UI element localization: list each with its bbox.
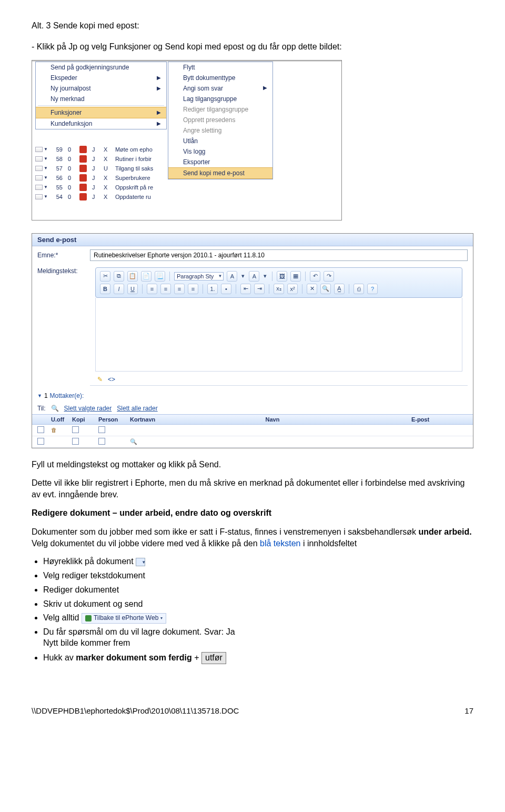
mottakere-row[interactable]: ▼ 1 Mottaker(e): (32, 389, 473, 403)
row-title: Rutiner i forbir (115, 156, 163, 162)
toolbar-separator (142, 284, 143, 294)
dropdown-icon[interactable]: ▼ (44, 175, 48, 180)
row-checkbox[interactable] (37, 426, 44, 433)
table-row[interactable]: ▼ 59 0 J X Møte om epho (35, 145, 163, 154)
menu-item-funksjoner[interactable]: Funksjoner▶ (36, 107, 166, 118)
slett-alle-link[interactable]: Slett alle rader (117, 405, 157, 412)
envelope-icon (35, 194, 43, 199)
align-justify-icon[interactable]: ≡ (188, 284, 198, 294)
table-row[interactable]: ▼ 58 0 J X Rutiner i forbir (35, 154, 163, 164)
find-icon[interactable]: A̲ (334, 284, 345, 294)
insert-image-icon[interactable]: 🖼 (277, 271, 287, 282)
submenu-item-opprett-presedens[interactable]: Opprett presedens (168, 115, 272, 125)
indent-icon[interactable]: ⇥ (254, 284, 265, 294)
person-checkbox[interactable] (98, 438, 105, 445)
recipients-grid-header: U.off Kopi Person Kortnavn Navn E-post (32, 414, 473, 425)
paste-text-icon[interactable]: 📄 (141, 271, 152, 282)
row-title: Tilgang til saks (115, 165, 163, 172)
tilbake-ephorte-button[interactable]: Tilbake til ePhorte Web ▾ (82, 613, 166, 624)
envelope-icon (35, 147, 43, 152)
menu-item-ekspeder[interactable]: Ekspeder▶ (36, 73, 166, 83)
row-checkbox[interactable] (37, 438, 44, 445)
kopi-checkbox[interactable] (72, 426, 79, 433)
help-icon[interactable]: ? (367, 284, 378, 294)
context-menu-level2: Flytt Bytt dokumenttype Angi som svar▶ L… (168, 62, 273, 179)
toolbar-row-2: B I U ≡ ≡ ≡ ≡ 1. • ⇤ ⇥ x₂ x² (98, 283, 460, 295)
trash-icon[interactable]: 🗑 (51, 427, 57, 433)
kopi-checkbox[interactable] (72, 438, 79, 445)
table-row[interactable]: ▼ 56 0 J X Superbrukere (35, 173, 163, 183)
pdf-icon (79, 184, 87, 191)
outdent-icon[interactable]: ⇤ (240, 284, 251, 294)
superscript-icon[interactable]: x² (287, 284, 298, 294)
submenu-item-bytt-dokumenttype[interactable]: Bytt dokumenttype (168, 73, 272, 83)
submenu-item-eksporter[interactable]: Eksporter (168, 157, 272, 167)
utfor-button[interactable]: utfør (201, 652, 226, 664)
italic-icon[interactable]: I (114, 284, 124, 294)
paste-icon[interactable]: 📋 (127, 271, 138, 282)
row-j: J (92, 146, 98, 153)
table-row[interactable]: ▼ 55 0 J X Oppskrift på re (35, 183, 163, 192)
bullet-text: Nytt bilde kommer frem (43, 638, 130, 647)
font-color-icon[interactable]: A (227, 271, 237, 282)
print-icon[interactable]: ⎙ (354, 284, 364, 294)
bold-icon[interactable]: B (100, 284, 110, 294)
subscript-icon[interactable]: x₂ (274, 284, 284, 294)
row-j: J (92, 184, 98, 191)
screenshot-context-menu: ▼ 59 0 J X Møte om epho ▼ 58 0 J X Rutin… (32, 60, 342, 220)
submenu-item-flytt[interactable]: Flytt (168, 62, 272, 73)
align-left-icon[interactable]: ≡ (147, 284, 157, 294)
find-replace-icon[interactable]: 🔍 (320, 284, 331, 294)
emne-input[interactable] (90, 249, 468, 261)
search-icon[interactable]: 🔍 (130, 438, 137, 445)
underline-icon[interactable]: U (127, 284, 138, 294)
text-fragment: Dokumenter som du jobber med som ikke er… (32, 527, 418, 536)
submenu-item-vis-logg[interactable]: Vis logg (168, 146, 272, 157)
editor-textarea[interactable] (95, 298, 462, 372)
row-num: 54 (52, 194, 63, 200)
list-ul-icon[interactable]: • (221, 284, 231, 294)
submenu-item-angre-sletting[interactable]: Angre sletting (168, 125, 272, 136)
copy-icon[interactable]: ⧉ (114, 271, 124, 282)
dropdown-icon[interactable]: ▼ (44, 147, 48, 152)
submenu-item-angi-som-svar[interactable]: Angi som svar▶ (168, 83, 272, 94)
menu-item-kundefunksjon[interactable]: Kundefunksjon▶ (36, 118, 166, 129)
paste-formatted-icon[interactable]: 📃 (155, 271, 165, 282)
chevron-down-icon[interactable]: ▾ (240, 271, 246, 282)
submenu-item-rediger-tilgangsgruppe[interactable]: Rediger tilgangsgruppe (168, 104, 272, 115)
menu-item-ny-journalpost[interactable]: Ny journalpost▶ (36, 83, 166, 94)
window-title: Send e-post (32, 234, 473, 246)
highlight-icon[interactable]: A (249, 271, 259, 282)
menu-item-send-godkjenning[interactable]: Send på godkjenningsrunde (36, 62, 166, 73)
menu-item-ny-merknad[interactable]: Ny merknad (36, 94, 166, 104)
chevron-down-icon[interactable]: ▾ (262, 271, 268, 282)
dropdown-icon[interactable]: ▼ (44, 166, 48, 171)
cut-icon[interactable]: ✂ (100, 271, 110, 282)
insert-table-icon[interactable]: ▦ (290, 271, 301, 282)
align-right-icon[interactable]: ≡ (174, 284, 185, 294)
slett-valgte-link[interactable]: Slett valgte rader (64, 405, 112, 412)
redo-icon[interactable]: ↷ (324, 271, 334, 282)
mottakere-label: Mottaker(e): (50, 392, 84, 399)
table-row[interactable]: ▼ 57 0 J U Tilgang til saks (35, 164, 163, 173)
table-row[interactable]: ▼ 54 0 J X Oppdaterte ru (35, 192, 163, 202)
search-icon[interactable]: 🔍 (51, 405, 59, 412)
row-j: J (92, 175, 98, 181)
submenu-item-send-kopi-epost[interactable]: Send kopi med e-post (168, 167, 272, 179)
dropdown-icon[interactable]: ▼ (44, 185, 48, 189)
dropdown-icon[interactable]: ▼ (44, 194, 48, 199)
remove-format-icon[interactable]: ✕ (307, 284, 317, 294)
submenu-item-lag-tilgangsgruppe[interactable]: Lag tilgangsgruppe (168, 94, 272, 104)
design-mode-icon[interactable]: ✎ (97, 376, 103, 383)
person-checkbox[interactable] (98, 426, 105, 433)
dropdown-icon[interactable]: ▼ (44, 156, 48, 161)
envelope-icon (35, 156, 43, 162)
html-mode-icon[interactable]: <> (108, 376, 115, 383)
paragraph-style-select[interactable]: Paragraph Sty▼ (174, 272, 224, 280)
align-center-icon[interactable]: ≡ (160, 284, 171, 294)
undo-icon[interactable]: ↶ (310, 271, 320, 282)
bullet-text: Du får spørsmål om du vil lagre dokument… (43, 627, 235, 636)
pdf-icon (79, 146, 87, 153)
submenu-item-utlan[interactable]: Utlån (168, 136, 272, 146)
list-ol-icon[interactable]: 1. (207, 284, 218, 294)
